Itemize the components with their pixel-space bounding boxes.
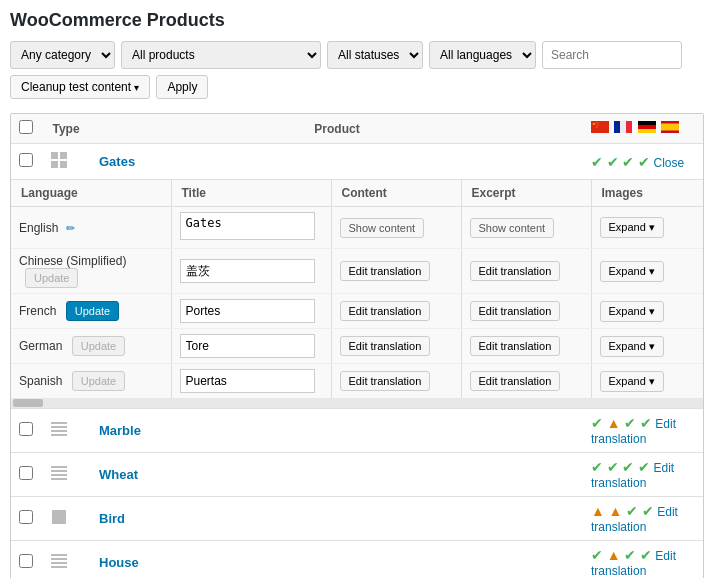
svg-rect-13 [661,124,679,131]
flag-es-icon [661,121,679,136]
row-type-cell [41,144,91,180]
select-all-header [11,114,41,144]
excerpt-button-spanish[interactable]: Edit translation [470,371,561,391]
lang-row-english: English ✏ Gates Show content [11,207,703,249]
excerpt-button-french[interactable]: Edit translation [470,301,561,321]
flag-fr-icon [614,121,632,136]
row-checkbox[interactable] [19,153,33,167]
status-check: ✔ [591,459,603,475]
product-link-house[interactable]: House [99,555,139,570]
update-button-spanish[interactable]: Update [72,371,125,391]
svg-rect-10 [638,125,656,129]
select-all-checkbox[interactable] [19,120,33,134]
type-lines-icon [49,463,69,483]
svg-rect-19 [51,426,67,428]
products-filter[interactable]: All products [121,41,321,69]
svg-rect-7 [620,121,626,133]
excerpt-button-english[interactable]: Show content [470,218,555,238]
row-checkbox[interactable] [19,466,33,480]
images-button-english[interactable]: Expand [600,217,664,238]
row-product-name-cell: Gates [91,144,583,180]
filter-bar: Any category All products All statuses A… [10,41,704,69]
type-grid-icon [49,150,69,170]
status-check: ✔ [607,459,619,475]
status-warning: ▲ [607,547,621,563]
status-check: ✔ [638,459,650,475]
content-button-german[interactable]: Edit translation [340,336,431,356]
row-checkbox[interactable] [19,554,33,568]
svg-rect-29 [51,562,67,564]
status-check: ✔ [642,503,654,519]
svg-rect-0 [591,121,609,133]
title-input-german[interactable] [180,334,316,358]
update-button-german[interactable]: Update [72,336,125,356]
languages-filter[interactable]: All languages [429,41,536,69]
table-row: Marble ✔ ▲ ✔ ✔ Edit translation [11,409,703,453]
status-check: ✔ [626,503,638,519]
status-check: ✔ [640,415,652,431]
type-lines-icon [49,419,69,439]
status-check-4: ✔ [638,154,650,170]
lang-name-chinese: Chinese (Simplified) [19,254,126,268]
update-button-french[interactable]: Update [66,301,119,321]
product-header: Product [91,114,583,144]
lang-name-english: English [19,221,58,235]
lang-col-header: Language [11,180,171,207]
type-lines-icon [49,551,69,571]
content-button-spanish[interactable]: Edit translation [340,371,431,391]
svg-rect-24 [51,474,67,476]
content-button-french[interactable]: Edit translation [340,301,431,321]
svg-rect-15 [60,152,67,159]
row-checkbox[interactable] [19,422,33,436]
images-button-french[interactable]: Expand [600,301,664,322]
lang-name-spanish: Spanish [19,374,62,388]
row-flags-cell: ✔ ✔ ✔ ✔ Close [583,144,703,180]
svg-rect-22 [51,466,67,468]
title-input-chinese[interactable] [180,259,316,283]
title-input-french[interactable] [180,299,316,323]
title-input-spanish[interactable] [180,369,316,393]
update-button-chinese[interactable]: Update [25,268,78,288]
svg-rect-27 [51,554,67,556]
status-check-3: ✔ [622,154,634,170]
products-table: Type Product [10,113,704,578]
content-button-chinese[interactable]: Edit translation [340,261,431,281]
search-input[interactable] [542,41,682,69]
lang-name-german: German [19,339,62,353]
excerpt-button-german[interactable]: Edit translation [470,336,561,356]
svg-rect-6 [614,121,620,133]
content-col-header: Content [331,180,461,207]
lang-row-chinese: Chinese (Simplified) Update Edit transla… [11,249,703,294]
product-link-marble[interactable]: Marble [99,423,141,438]
svg-rect-21 [51,434,67,436]
svg-rect-25 [51,478,67,480]
content-button-english[interactable]: Show content [340,218,425,238]
horizontal-scrollbar[interactable] [11,398,703,408]
product-link-gates[interactable]: Gates [99,154,135,169]
category-filter[interactable]: Any category [10,41,115,69]
excerpt-button-chinese[interactable]: Edit translation [470,261,561,281]
table-row: Wheat ✔ ✔ ✔ ✔ Edit translation [11,453,703,497]
svg-rect-17 [60,161,67,168]
type-square-icon [49,507,69,527]
status-check: ✔ [640,547,652,563]
images-button-german[interactable]: Expand [600,336,664,357]
images-button-chinese[interactable]: Expand [600,261,664,282]
svg-rect-30 [51,566,67,568]
lang-row-spanish: Spanish Update Edit translation [11,364,703,399]
title-input-english[interactable]: Gates [180,212,316,240]
cleanup-button[interactable]: Cleanup test content ▾ [10,75,150,99]
apply-button[interactable]: Apply [156,75,208,99]
svg-rect-11 [638,129,656,133]
status-check: ✔ [622,459,634,475]
svg-rect-26 [52,510,66,524]
images-button-spanish[interactable]: Expand [600,371,664,392]
images-col-header: Images [591,180,703,207]
product-link-bird[interactable]: Bird [99,511,125,526]
product-link-wheat[interactable]: Wheat [99,467,138,482]
edit-pencil-icon-english[interactable]: ✏ [66,222,75,234]
close-link-gates[interactable]: Close [654,156,685,170]
statuses-filter[interactable]: All statuses [327,41,423,69]
table-row: House ✔ ▲ ✔ ✔ Edit translation [11,541,703,579]
row-checkbox[interactable] [19,510,33,524]
